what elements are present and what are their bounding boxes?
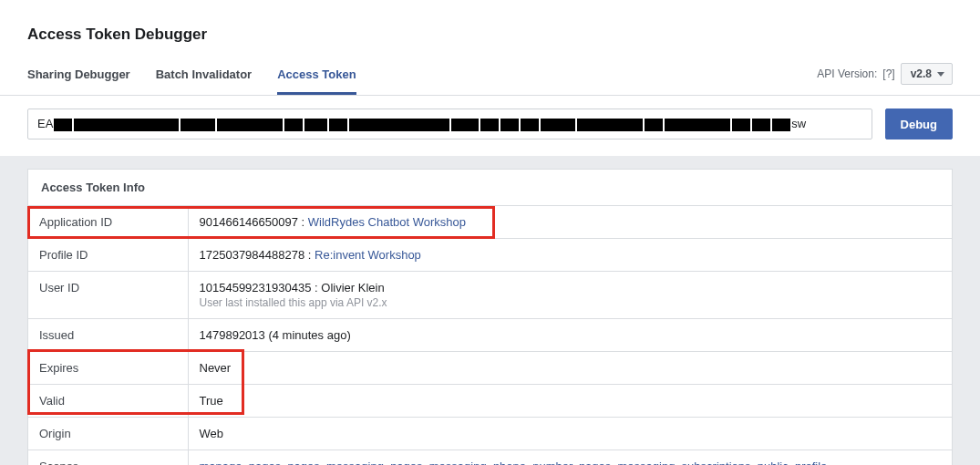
cell-key: Scopes: [28, 450, 188, 466]
cell-value: 1725037984488278 : Re:invent Workshop: [188, 239, 952, 272]
tab-batch-invalidator[interactable]: Batch Invalidator: [156, 60, 252, 95]
row-origin: Origin Web: [28, 418, 952, 450]
redacted-bar: [732, 119, 750, 131]
redacted-bar: [54, 119, 72, 131]
content-area: Access Token Info Application ID 9014661…: [0, 156, 980, 465]
token-input-row: EAsw Debug: [0, 96, 980, 156]
token-prefix: EA: [37, 117, 53, 130]
cell-key: Profile ID: [28, 239, 188, 272]
user-name: Olivier Klein: [321, 281, 384, 294]
scope-link[interactable]: pages_messaging: [287, 460, 384, 465]
profile-name-link[interactable]: Re:invent Workshop: [315, 248, 421, 262]
redacted-bar: [284, 119, 303, 131]
access-token-info-card: Access Token Info Application ID 9014661…: [27, 169, 953, 465]
redacted-bar: [349, 119, 449, 131]
redacted-bar: [521, 119, 539, 131]
page-title: Access Token Debugger: [0, 0, 980, 60]
scope-link[interactable]: manage_pages: [200, 460, 282, 465]
tab-access-token[interactable]: Access Token: [277, 60, 356, 95]
redacted-bar: [645, 119, 663, 131]
redacted-bar: [329, 119, 347, 131]
redacted-bar: [181, 119, 215, 131]
redacted-bar: [500, 119, 519, 131]
cell-value: 1479892013 (4 minutes ago): [188, 319, 952, 352]
cell-key: Application ID: [28, 206, 188, 239]
redacted-bar: [541, 119, 575, 131]
cell-key: Valid: [28, 385, 188, 418]
row-scopes: Scopes manage_pages, pages_messaging, pa…: [28, 450, 952, 466]
cell-value: manage_pages, pages_messaging, pages_mes…: [188, 450, 952, 466]
row-user-id: User ID 10154599231930435 : Olivier Klei…: [28, 272, 952, 319]
cell-key: User ID: [28, 272, 188, 319]
scope-link[interactable]: pages_messaging_subscriptions: [579, 460, 751, 465]
cell-key: Issued: [28, 319, 188, 352]
row-expires: Expires Never: [28, 352, 952, 385]
info-table: Application ID 901466146650097 : WildRyd…: [28, 206, 952, 465]
profile-id-value: 1725037984488278: [200, 248, 305, 262]
debug-button[interactable]: Debug: [885, 108, 953, 140]
card-header: Access Token Info: [28, 170, 952, 206]
redacted-bar: [304, 119, 327, 131]
scope-link[interactable]: pages_messaging_phone_number: [390, 460, 573, 465]
redacted-bar: [665, 119, 730, 131]
api-version-label: API Version:: [817, 67, 877, 80]
redacted-bar: [480, 119, 499, 131]
cell-key: Origin: [28, 418, 188, 450]
cell-value: 10154599231930435 : Olivier Klein User l…: [188, 272, 952, 319]
scope-link[interactable]: public_profile: [758, 460, 828, 465]
redacted-bar: [752, 119, 770, 131]
redacted-bar: [772, 119, 790, 131]
app-name-link[interactable]: WildRydes Chatbot Workshop: [308, 215, 466, 229]
row-issued: Issued 1479892013 (4 minutes ago): [28, 319, 952, 352]
redacted-bar: [217, 119, 283, 131]
app-id-value: 901466146650097: [200, 215, 298, 229]
row-profile-id: Profile ID 1725037984488278 : Re:invent …: [28, 239, 952, 272]
redacted-bar: [577, 119, 643, 131]
tabs: Sharing Debugger Batch Invalidator Acces…: [27, 60, 356, 95]
api-version-select[interactable]: v2.8: [901, 63, 953, 85]
cell-value: Web: [188, 418, 952, 450]
chevron-down-icon: [937, 72, 944, 77]
cell-key: Expires: [28, 352, 188, 385]
api-version-control: API Version: [?] v2.8: [817, 63, 953, 92]
redacted-bar: [451, 119, 479, 131]
token-suffix: sw: [791, 117, 806, 130]
access-token-input[interactable]: EAsw: [27, 108, 872, 140]
cell-value: 901466146650097 : WildRydes Chatbot Work…: [188, 206, 952, 239]
api-version-help[interactable]: [?]: [882, 67, 894, 80]
user-id-value: 10154599231930435: [200, 281, 312, 294]
row-valid: Valid True: [28, 385, 952, 418]
redacted-bar: [74, 119, 179, 131]
api-version-value: v2.8: [911, 67, 932, 80]
header-row: Sharing Debugger Batch Invalidator Acces…: [0, 60, 980, 96]
user-note: User last installed this app via API v2.…: [200, 296, 942, 309]
cell-value: True: [188, 385, 952, 418]
tab-sharing-debugger[interactable]: Sharing Debugger: [27, 60, 130, 95]
cell-value: Never: [188, 352, 952, 385]
row-application-id: Application ID 901466146650097 : WildRyd…: [28, 206, 952, 239]
